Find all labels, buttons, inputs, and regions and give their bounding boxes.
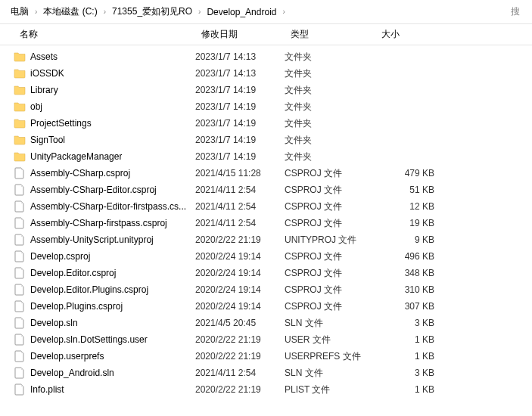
- file-type: CSPROJ 文件: [285, 300, 375, 313]
- file-name: ProjectSettings: [30, 118, 92, 129]
- file-row[interactable]: obj2023/1/7 14:19文件夹: [0, 98, 532, 115]
- file-row[interactable]: Info.plist2020/2/22 21:19PLIST 文件1 KB: [0, 381, 532, 398]
- file-row[interactable]: Develop.Plugins.csproj2020/2/24 19:14CSP…: [0, 298, 532, 315]
- file-date: 2021/4/11 2:54: [195, 201, 285, 212]
- file-date: 2023/1/7 14:19: [195, 135, 285, 145]
- file-row[interactable]: iOSSDK2023/1/7 14:13文件夹: [0, 65, 532, 82]
- file-row[interactable]: Develop.sln.DotSettings.user2020/2/22 21…: [0, 331, 532, 348]
- file-type: 文件夹: [285, 84, 375, 97]
- file-row[interactable]: Assembly-CSharp-firstpass.csproj2021/4/1…: [0, 215, 532, 231]
- file-type: CSPROJ 文件: [285, 200, 375, 213]
- file-type: 文件夹: [285, 117, 375, 130]
- file-name: Develop_Android.sln: [30, 368, 114, 378]
- chevron-right-icon: ›: [281, 8, 286, 16]
- column-header-name[interactable]: 名称: [14, 25, 195, 44]
- column-header-size[interactable]: 大小: [375, 25, 443, 44]
- column-header-type[interactable]: 类型: [285, 25, 375, 44]
- file-type: 文件夹: [285, 51, 375, 64]
- breadcrumb-item[interactable]: 本地磁盘 (C:): [39, 2, 101, 21]
- file-type: CSPROJ 文件: [285, 167, 375, 180]
- file-size: 1 KB: [375, 384, 443, 395]
- file-row[interactable]: Develop.csproj2020/2/24 19:14CSPROJ 文件49…: [0, 248, 532, 265]
- file-name: Develop.csproj: [30, 251, 90, 262]
- file-icon: [14, 383, 26, 396]
- file-icon: [14, 284, 26, 296]
- file-row[interactable]: Assets2023/1/7 14:13文件夹: [0, 48, 532, 65]
- file-name: Assets: [30, 51, 58, 62]
- cell-name: Info.plist: [14, 383, 195, 396]
- file-icon: [14, 267, 26, 279]
- file-size: 307 KB: [375, 301, 443, 312]
- file-size: 19 KB: [375, 218, 443, 228]
- search-hint[interactable]: 搜: [505, 5, 526, 18]
- cell-name: Assembly-CSharp-Editor.csproj: [14, 184, 195, 196]
- file-name: SignTool: [30, 135, 65, 145]
- cell-name: Develop_Android.sln: [14, 367, 195, 379]
- folder-icon: [14, 117, 26, 129]
- file-date: 2023/1/7 14:19: [195, 85, 285, 95]
- file-icon: [14, 250, 26, 262]
- file-type: USER 文件: [285, 334, 375, 346]
- file-size: 310 KB: [375, 284, 443, 295]
- file-row[interactable]: SignTool2023/1/7 14:19文件夹: [0, 132, 532, 148]
- file-name: Library: [30, 85, 58, 95]
- breadcrumb-item[interactable]: 71355_爱如初见RO: [107, 2, 197, 21]
- file-row[interactable]: ProjectSettings2023/1/7 14:19文件夹: [0, 115, 532, 132]
- file-date: 2020/2/22 21:19: [195, 351, 285, 362]
- file-date: 2020/2/24 19:14: [195, 251, 285, 262]
- file-row[interactable]: Assembly-CSharp.csproj2021/4/15 11:28CSP…: [0, 165, 532, 182]
- cell-name: Assembly-CSharp-firstpass.csproj: [14, 217, 195, 229]
- file-type: SLN 文件: [285, 317, 375, 330]
- file-name: Develop.Plugins.csproj: [30, 301, 123, 312]
- file-row[interactable]: Assembly-CSharp-Editor-firstpass.cs...20…: [0, 198, 532, 215]
- file-type: 文件夹: [285, 134, 375, 147]
- cell-name: Develop.csproj: [14, 250, 195, 262]
- file-size: 496 KB: [375, 251, 443, 262]
- file-row[interactable]: Assembly-UnityScript.unityproj2020/2/22 …: [0, 231, 532, 248]
- file-row[interactable]: Develop.userprefs2020/2/22 21:19USERPREF…: [0, 348, 532, 365]
- file-date: 2020/2/24 19:14: [195, 301, 285, 312]
- cell-name: SignTool: [14, 134, 195, 146]
- file-date: 2021/4/11 2:54: [195, 218, 285, 228]
- file-type: CSPROJ 文件: [285, 184, 375, 197]
- file-size: 51 KB: [375, 185, 443, 195]
- chevron-right-icon: ›: [33, 8, 39, 16]
- file-name: Develop.userprefs: [30, 351, 104, 362]
- cell-name: Develop.userprefs: [14, 350, 195, 362]
- breadcrumb-item[interactable]: 电脑: [6, 2, 33, 21]
- folder-icon: [14, 101, 26, 113]
- cell-name: Library: [14, 84, 195, 96]
- file-row[interactable]: Library2023/1/7 14:19文件夹: [0, 82, 532, 98]
- file-type: 文件夹: [285, 67, 375, 80]
- column-header-date[interactable]: 修改日期: [195, 25, 285, 44]
- file-name: Assembly-UnityScript.unityproj: [30, 234, 154, 245]
- file-row[interactable]: Develop.Editor.csproj2020/2/24 19:14CSPR…: [0, 265, 532, 281]
- folder-icon: [14, 151, 26, 163]
- file-row[interactable]: UnityPackageManager2023/1/7 14:19文件夹: [0, 148, 532, 165]
- file-size: 1 KB: [375, 351, 443, 362]
- file-name: Info.plist: [30, 384, 64, 395]
- file-name: obj: [30, 101, 42, 112]
- file-size: 9 KB: [375, 234, 443, 245]
- file-type: CSPROJ 文件: [285, 217, 375, 230]
- chevron-right-icon: ›: [197, 8, 202, 16]
- file-date: 2023/1/7 14:13: [195, 68, 285, 79]
- file-icon: [14, 234, 26, 246]
- file-name: Develop.sln.DotSettings.user: [30, 334, 148, 345]
- file-type: SLN 文件: [285, 367, 375, 380]
- file-row[interactable]: Assembly-CSharp-Editor.csproj2021/4/11 2…: [0, 182, 532, 198]
- cell-name: Assembly-UnityScript.unityproj: [14, 234, 195, 246]
- file-name: Develop.Editor.Plugins.csproj: [30, 284, 148, 295]
- file-row[interactable]: Develop.Editor.Plugins.csproj2020/2/24 1…: [0, 281, 532, 298]
- file-icon: [14, 350, 26, 362]
- file-name: Assembly-CSharp.csproj: [30, 168, 130, 179]
- file-date: 2020/2/22 21:19: [195, 234, 285, 245]
- file-size: 348 KB: [375, 268, 443, 278]
- file-row[interactable]: Develop_Android.sln2021/4/11 2:54SLN 文件3…: [0, 365, 532, 381]
- file-icon: [14, 317, 26, 329]
- file-date: 2023/1/7 14:13: [195, 51, 285, 62]
- file-list: Assets2023/1/7 14:13文件夹iOSSDK2023/1/7 14…: [0, 45, 532, 398]
- cell-name: Develop.Editor.Plugins.csproj: [14, 284, 195, 296]
- breadcrumb-item[interactable]: Develop_Android: [202, 4, 281, 20]
- file-row[interactable]: Develop.sln2021/4/5 20:45SLN 文件3 KB: [0, 315, 532, 331]
